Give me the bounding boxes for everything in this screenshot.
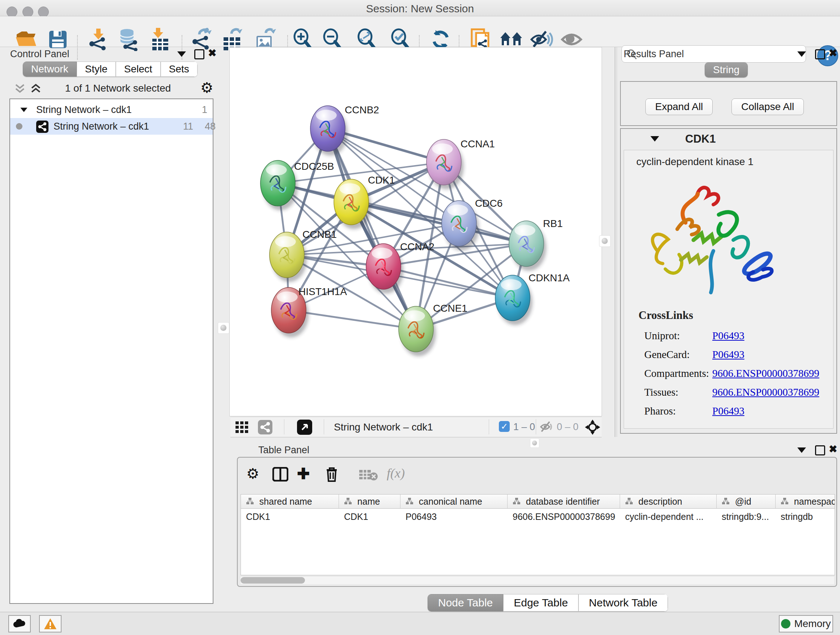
crosslink-label: Compartments: <box>644 367 709 379</box>
crosslink-value-link[interactable]: 9606.ENSP00000378699 <box>712 367 819 379</box>
hidden-count: 0 – 0 <box>557 421 578 432</box>
network-overview-icon[interactable] <box>258 420 272 434</box>
left-splitter-handle[interactable] <box>218 322 229 334</box>
panel-float-icon[interactable] <box>194 49 204 59</box>
hidden-eye-icon[interactable] <box>540 421 554 433</box>
tree-expand-icon[interactable] <box>20 108 27 112</box>
tab-select[interactable]: Select <box>116 62 161 77</box>
node-label-CDKN1A: CDKN1A <box>529 272 570 283</box>
collapse-all-chevron-icon[interactable] <box>30 83 42 94</box>
crosshair-icon[interactable] <box>584 419 601 435</box>
column-header-label: database identifier <box>523 496 600 507</box>
panel-close-icon[interactable]: ✖ <box>208 49 216 57</box>
columns-icon[interactable] <box>272 467 288 481</box>
table-h-scrollbar[interactable] <box>240 576 834 584</box>
birds-eye-view-icon[interactable] <box>235 421 250 433</box>
column-header-shared-name[interactable]: shared name <box>241 494 339 509</box>
panel-menu-icon[interactable] <box>797 51 806 57</box>
network-node-CDKN1A[interactable] <box>495 275 532 325</box>
column-header-description[interactable]: description <box>620 494 717 509</box>
node-label-HIST1H1A: HIST1H1A <box>298 286 347 297</box>
column-header-database-identifier[interactable]: database identifier <box>508 494 620 509</box>
tab-network[interactable]: Network <box>23 62 77 77</box>
node-label-CCNB2: CCNB2 <box>345 104 379 116</box>
network-node-CCNE1[interactable] <box>399 306 436 356</box>
tab-node-table[interactable]: Node Table <box>428 594 503 611</box>
warning-button[interactable] <box>39 615 62 632</box>
crosslink-value-link[interactable]: P06493 <box>712 405 745 417</box>
table-cell[interactable]: stringdb <box>775 509 835 524</box>
expand-all-button[interactable]: Expand All <box>645 98 713 115</box>
node-table[interactable]: shared name name canonical name database… <box>240 494 835 575</box>
crosslink-value-link[interactable]: P06493 <box>712 330 745 342</box>
network-node-CCNB1[interactable] <box>270 232 307 282</box>
panel-close-icon[interactable]: ✖ <box>829 49 837 57</box>
crosslink-value-link[interactable]: 9606.ENSP00000378699 <box>712 386 819 398</box>
table-cell[interactable]: stringdb:9... <box>717 509 780 524</box>
function-builder-icon[interactable]: f(x) <box>387 466 405 481</box>
panel-float-icon[interactable] <box>815 445 825 455</box>
right-splitter-handle[interactable] <box>599 235 611 247</box>
memory-status-dot <box>781 619 790 629</box>
entry-header[interactable]: CDK1 <box>624 131 833 149</box>
column-header-name[interactable]: name <box>339 494 401 509</box>
scrollbar-thumb[interactable] <box>240 577 305 584</box>
vertical-splitter[interactable] <box>615 47 617 437</box>
node-label-CCNA1: CCNA1 <box>461 138 495 149</box>
network-node-RB1[interactable] <box>509 221 546 271</box>
tab-string[interactable]: String <box>705 62 748 78</box>
table-cell[interactable]: P06493 <box>401 509 512 524</box>
network-view-canvas[interactable]: CCNB2CCNA1CDC25BCDK1CDC6RB1CCNB1CCNA2CDK… <box>229 47 602 416</box>
table-cell[interactable]: CDK1 <box>241 509 344 524</box>
crosslink-row: Compartments:9606.ENSP00000378699 <box>624 364 833 383</box>
tab-edge-table[interactable]: Edge Table <box>503 594 578 611</box>
column-type-icon <box>406 497 414 505</box>
network-node-CCNB2[interactable] <box>310 106 347 156</box>
gear-icon[interactable]: ⚙ <box>201 80 213 95</box>
delete-column-icon[interactable] <box>325 466 339 482</box>
column-type-icon <box>722 497 729 505</box>
crosslink-row: Tissues:9606.ENSP00000378699 <box>624 383 833 402</box>
network-node-CCNA2[interactable] <box>366 244 403 294</box>
network-selection-bar: 1 of 1 Network selected ⚙ <box>9 80 212 97</box>
panel-menu-icon[interactable] <box>797 448 806 453</box>
cloud-button[interactable] <box>8 615 31 632</box>
crosslink-value-link[interactable]: P06493 <box>712 348 745 361</box>
tab-style[interactable]: Style <box>77 62 116 77</box>
panel-close-icon[interactable]: ✖ <box>829 445 837 453</box>
column-header-label: @id <box>733 496 752 507</box>
tab-sets[interactable]: Sets <box>161 62 197 77</box>
table-cell[interactable]: 9606.ENSP00000378699 <box>508 509 625 524</box>
delete-table-icon[interactable] <box>359 469 378 481</box>
tab-network-table[interactable]: Network Table <box>578 594 668 611</box>
entry-name: CDK1 <box>685 133 715 146</box>
add-column-icon[interactable]: ✚ <box>297 465 309 483</box>
column-header-@id[interactable]: @id <box>717 494 775 509</box>
panel-float-icon[interactable] <box>815 49 825 59</box>
selected-checkbox-icon[interactable]: ✓ <box>499 421 510 432</box>
warning-icon <box>44 618 57 630</box>
node-label-CDK1: CDK1 <box>368 174 395 186</box>
crosslink-row: Pharos:P06493 <box>624 402 833 420</box>
column-header-namespace[interactable]: namespace <box>775 494 835 509</box>
expand-all-chevron-icon[interactable] <box>14 83 26 94</box>
cloud-icon <box>13 619 26 628</box>
node-count: 11 <box>183 118 193 135</box>
entry-collapse-icon[interactable] <box>651 136 659 141</box>
network-collection-row[interactable]: String Network – cdk1 1 <box>10 101 213 118</box>
table-panel-title: Table Panel <box>258 445 309 456</box>
column-type-icon <box>246 497 254 505</box>
column-header-canonical-name[interactable]: canonical name <box>401 494 508 509</box>
memory-button[interactable]: Memory <box>779 615 833 632</box>
gear-icon[interactable]: ⚙ <box>246 466 259 481</box>
table-cell[interactable]: CDK1 <box>339 509 405 524</box>
network-row[interactable]: String Network – cdk1 11 48 <box>10 118 213 135</box>
detach-view-icon[interactable] <box>297 420 312 435</box>
memory-label: Memory <box>794 618 831 629</box>
network-graph[interactable]: CCNB2CCNA1CDC25BCDK1CDC6RB1CCNB1CCNA2CDK… <box>230 48 602 416</box>
table-cell[interactable]: cyclin-dependent ... <box>620 509 722 524</box>
collapse-all-button[interactable]: Collapse All <box>731 98 804 115</box>
application-window: Session: New Session <box>0 0 840 635</box>
network-node-CDC6[interactable] <box>442 201 479 250</box>
panel-menu-icon[interactable] <box>177 51 186 57</box>
